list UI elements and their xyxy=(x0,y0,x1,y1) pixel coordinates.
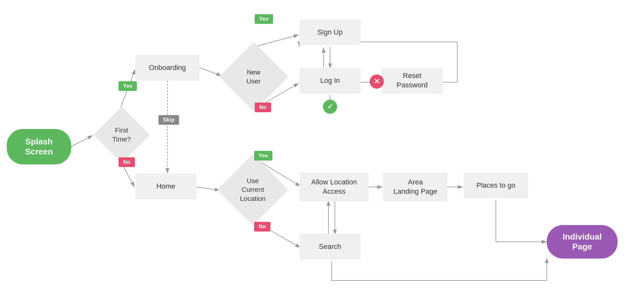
onboarding-node: Onboarding xyxy=(135,55,200,81)
log-in-label: Log In xyxy=(320,76,340,85)
search-node: Search xyxy=(299,234,361,260)
home-node: Home xyxy=(135,173,196,199)
onboarding-label: Onboarding xyxy=(149,63,186,73)
area-landing-node: AreaLanding Page xyxy=(383,172,448,202)
check-icon: ✓ xyxy=(323,100,337,114)
sign-up-label: Sign Up xyxy=(317,28,343,37)
log-in-node: Log In xyxy=(299,68,361,93)
allow-location-node: Allow LocationAccess xyxy=(299,172,369,202)
area-landing-label: AreaLanding Page xyxy=(393,178,437,196)
splash-screen-node: SplashScreen xyxy=(7,129,71,164)
flowchart-canvas: SplashScreen FirstTime? Onboarding NewUs… xyxy=(0,0,644,295)
use-location-label: UseCurrentLocation xyxy=(240,176,265,203)
sign-up-node: Sign Up xyxy=(299,19,361,45)
use-location-diamond: UseCurrentLocation xyxy=(217,154,288,225)
places-to-go-label: Places to go xyxy=(476,181,515,190)
individual-page-label: IndividualPage xyxy=(563,232,601,252)
svg-line-13 xyxy=(196,187,220,190)
search-label: Search xyxy=(319,242,341,251)
badge-yes-location: Yes xyxy=(254,151,272,161)
individual-page-node: IndividualPage xyxy=(547,225,618,259)
svg-line-4 xyxy=(200,68,222,76)
reset-password-node: ResetPassword xyxy=(382,68,443,93)
badge-no-location: No xyxy=(254,222,270,231)
badge-yes-first: Yes xyxy=(118,81,137,91)
allow-location-label: Allow LocationAccess xyxy=(311,178,357,196)
badge-no-first: No xyxy=(118,157,135,167)
first-time-label: FirstTime? xyxy=(112,126,131,143)
new-user-diamond: NewUser xyxy=(219,42,288,111)
splash-screen-label: SplashScreen xyxy=(25,137,53,157)
badge-yes-newuser: Yes xyxy=(255,14,273,24)
badge-no-newuser: No xyxy=(255,103,271,112)
first-time-diamond: FirstTime? xyxy=(93,106,150,163)
badge-skip: Skip xyxy=(158,115,179,125)
svg-line-2 xyxy=(71,135,93,147)
x-icon: ✕ xyxy=(370,74,384,89)
home-label: Home xyxy=(156,182,175,191)
new-user-label: NewUser xyxy=(246,68,260,85)
places-to-go-node: Places to go xyxy=(464,172,528,198)
reset-password-label: ResetPassword xyxy=(397,71,428,90)
